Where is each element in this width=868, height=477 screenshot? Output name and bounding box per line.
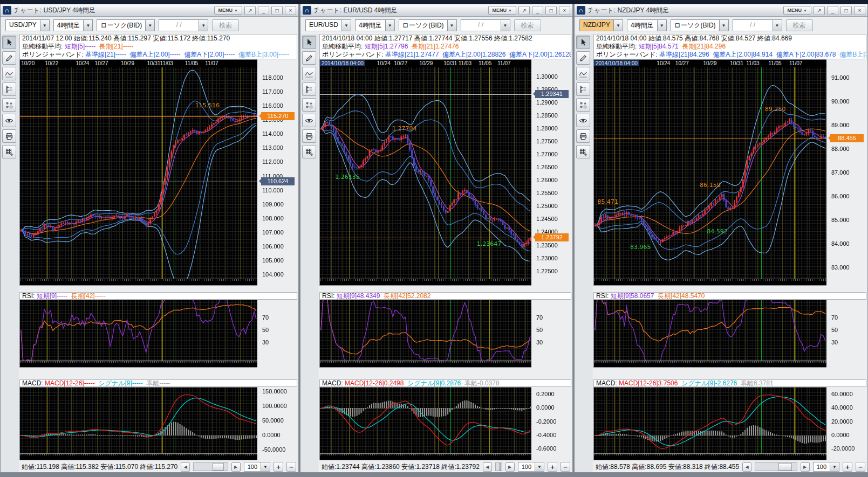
- scroll-right-button[interactable]: ▶: [505, 462, 515, 472]
- axis-tick-label: 88.000: [831, 146, 850, 152]
- wave-tool[interactable]: [2, 67, 16, 80]
- menu-button[interactable]: MENU▼: [214, 6, 242, 15]
- rsi-chart-block: 705030: [593, 300, 866, 368]
- window-title: チャート: EUR/USD 4時間足: [313, 6, 486, 15]
- scroll-left-button[interactable]: ◀: [742, 462, 751, 472]
- zoom-out-button[interactable]: −: [286, 462, 296, 472]
- print-tool[interactable]: [302, 129, 316, 143]
- charttype-value: ローソク(BID): [399, 20, 447, 31]
- zoom-in-button[interactable]: +: [274, 462, 283, 472]
- price-axis: 91.00090.00089.00088.00087.00086.00085.0…: [826, 59, 866, 286]
- scale-tool[interactable]: [576, 82, 590, 96]
- xaxis-label: 11/03: [160, 60, 173, 66]
- search-button[interactable]: 検索: [786, 19, 813, 31]
- date-input[interactable]: / /▼: [733, 19, 782, 31]
- maximize-button[interactable]: □: [840, 6, 852, 15]
- timeframe-select[interactable]: 4時間足▼: [53, 19, 93, 31]
- rsi-chart-canvas[interactable]: [594, 300, 826, 367]
- main-chart-canvas[interactable]: [594, 67, 826, 285]
- maximize-button[interactable]: □: [271, 6, 283, 15]
- scale-tool[interactable]: [2, 82, 16, 96]
- cursor-tool[interactable]: [302, 36, 316, 49]
- zoom-select[interactable]: 100▼: [813, 462, 839, 472]
- maximize-button[interactable]: □: [545, 6, 557, 15]
- macd-chart-canvas[interactable]: [20, 388, 257, 460]
- date-input[interactable]: / /▼: [159, 19, 208, 31]
- scrollbar-thumb[interactable]: [213, 463, 224, 471]
- timeframe-select[interactable]: 4時間足▼: [627, 19, 667, 31]
- pair-select[interactable]: NZD/JPY▼: [579, 19, 623, 31]
- main-chart-canvas[interactable]: [320, 67, 531, 285]
- titlebar[interactable]: ∩ チャート: EUR/USD 4時間足 MENU▼ ↗ _ □ ×: [300, 4, 572, 17]
- close-button[interactable]: ×: [559, 6, 570, 15]
- wave-tool[interactable]: [302, 67, 316, 80]
- eye-tool[interactable]: [302, 114, 316, 127]
- favorites-tool[interactable]: [302, 98, 316, 112]
- charttype-select[interactable]: ローソク(BID)▼: [97, 19, 155, 31]
- minimize-button[interactable]: _: [532, 6, 543, 15]
- detach-button[interactable]: ↗: [814, 6, 825, 15]
- menu-button[interactable]: MENU▼: [488, 6, 516, 15]
- favorites-tool[interactable]: [576, 98, 590, 112]
- search-button[interactable]: 検索: [514, 19, 541, 31]
- print-tool[interactable]: [2, 129, 16, 143]
- zoom-in-button[interactable]: +: [843, 462, 852, 472]
- titlebar[interactable]: ∩ チャート: NZD/JPY 4時間足 MENU▼ ↗ _ □ ×: [575, 4, 867, 17]
- axis-tick-label: 106.000: [262, 243, 284, 250]
- rsi-chart-canvas[interactable]: [20, 300, 257, 367]
- scroll-left-button[interactable]: ◀: [181, 462, 190, 472]
- detach-button[interactable]: ↗: [244, 6, 256, 15]
- grid-save-tool[interactable]: [302, 145, 316, 158]
- titlebar[interactable]: ∩ チャート: USD/JPY 4時間足 MENU▼ ↗ _ □ ×: [1, 4, 298, 17]
- eye-tool[interactable]: [576, 114, 590, 127]
- zoom-out-button[interactable]: −: [856, 462, 865, 472]
- scrollbar-thumb[interactable]: [499, 463, 501, 471]
- chevron-down-icon: ▼: [501, 20, 510, 31]
- cursor-tool[interactable]: [576, 36, 590, 49]
- zoom-select[interactable]: 100▼: [244, 462, 270, 472]
- pair-select[interactable]: EUR/USD▼: [305, 19, 351, 31]
- rsi-chart-canvas[interactable]: [320, 300, 531, 367]
- pencil-tool[interactable]: [302, 51, 316, 65]
- minimize-button[interactable]: _: [258, 6, 269, 15]
- date-input[interactable]: / /▼: [461, 19, 510, 31]
- favorites-tool[interactable]: [2, 98, 16, 112]
- scroll-left-button[interactable]: ◀: [483, 462, 492, 472]
- pencil-tool[interactable]: [576, 51, 590, 65]
- macd-chart-canvas[interactable]: [594, 388, 826, 460]
- search-button[interactable]: 検索: [212, 19, 239, 31]
- pencil-tool[interactable]: [2, 51, 16, 65]
- app-logo-icon: ∩: [303, 6, 311, 15]
- detach-button[interactable]: ↗: [518, 6, 530, 15]
- scale-tool[interactable]: [302, 82, 316, 96]
- charttype-select[interactable]: ローソク(BID)▼: [671, 19, 729, 31]
- scrollbar-track[interactable]: [755, 462, 797, 471]
- zoom-in-button[interactable]: +: [548, 462, 557, 472]
- grid-save-tool[interactable]: [2, 145, 16, 158]
- ohlc-line: 2014/11/07 12:00 始値:115.240 高値:115.297 安…: [20, 34, 297, 43]
- eye-tool[interactable]: [2, 114, 16, 127]
- scrollbar-track[interactable]: [193, 462, 228, 471]
- print-tool[interactable]: [576, 129, 590, 143]
- cursor-tool[interactable]: [2, 36, 16, 49]
- close-button[interactable]: ×: [854, 6, 865, 15]
- close-button[interactable]: ×: [285, 6, 296, 15]
- menu-button[interactable]: MENU▼: [783, 6, 811, 15]
- timeframe-select[interactable]: 4時間足▼: [355, 19, 395, 31]
- timeframe-value: 4時間足: [356, 20, 385, 31]
- wave-tool[interactable]: [576, 67, 590, 80]
- charttype-select[interactable]: ローソク(BID)▼: [399, 19, 457, 31]
- xaxis-label: 11/05: [768, 60, 781, 66]
- macd-chart-canvas[interactable]: [320, 388, 531, 460]
- zoom-select[interactable]: 100▼: [518, 462, 544, 472]
- scroll-right-button[interactable]: ▶: [801, 462, 810, 472]
- grid-save-tool[interactable]: [576, 145, 590, 158]
- minimize-button[interactable]: _: [827, 6, 838, 15]
- zoom-out-button[interactable]: −: [561, 462, 570, 472]
- scroll-right-button[interactable]: ▶: [231, 462, 241, 472]
- pair-select[interactable]: USD/JPY▼: [5, 19, 50, 31]
- main-chart-canvas[interactable]: [20, 67, 257, 285]
- sma-line: 単純移動平均: 短期[5]----- 長期[21]-----: [20, 43, 297, 51]
- scrollbar-thumb[interactable]: [778, 463, 792, 471]
- scrollbar-track[interactable]: [495, 462, 502, 471]
